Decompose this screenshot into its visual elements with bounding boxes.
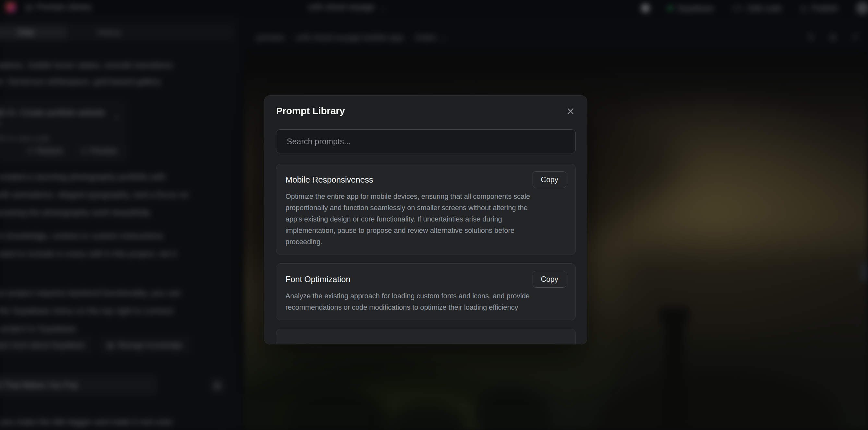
prompt-card-mobile-responsiveness: Mobile Responsiveness Copy Optimize the … xyxy=(276,164,576,255)
copy-button[interactable]: Copy xyxy=(533,271,566,288)
dialog-title: Prompt Library xyxy=(276,105,345,116)
prompt-card-clipped xyxy=(276,329,576,344)
prompt-description: Analyze the existing approach for loadin… xyxy=(285,290,566,313)
copy-button[interactable]: Copy xyxy=(533,171,566,188)
prompt-title: Mobile Responsiveness xyxy=(285,175,373,185)
prompt-list: Mobile Responsiveness Copy Optimize the … xyxy=(276,164,576,344)
prompt-card-font-optimization: Font Optimization Copy Analyze the exist… xyxy=(276,263,576,320)
search-prompts-input[interactable] xyxy=(276,129,576,153)
prompt-library-dialog: Prompt Library Mobile Responsiveness Cop… xyxy=(264,95,587,344)
close-icon[interactable] xyxy=(565,105,577,117)
prompt-description: Optimize the entire app for mobile devic… xyxy=(285,191,566,247)
prompt-title: Font Optimization xyxy=(285,274,350,284)
